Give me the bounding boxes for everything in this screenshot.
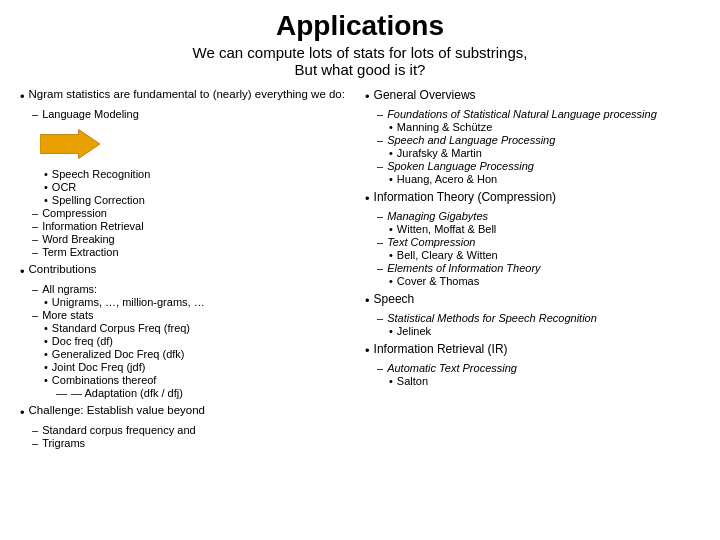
speech-label: Speech [374,292,415,306]
huang-item: • Huang, Acero & Hon [389,173,700,185]
general-overviews-label: General Overviews [374,88,476,102]
more-stats-item: – More stats [32,309,355,321]
dash-icon: – [32,108,38,120]
bell-item: • Bell, Cleary & Witten [389,249,700,261]
bell-label: Bell, Cleary & Witten [397,249,498,261]
challenge-label: Challenge: Establish value beyond [29,404,205,416]
term-extraction-item: – Term Extraction [32,246,355,258]
spoken-lang-proc-label: Spoken Language Processing [387,160,534,172]
gen-doc-freq-label: Generalized Doc Freq (dfk) [52,348,185,360]
salton-label: Salton [397,375,428,387]
joint-doc-freq-label: Joint Doc Freq (jdf) [52,361,146,373]
stat-methods-label: Statistical Methods for Speech Recogniti… [387,312,597,324]
subtitle-line2: But what good is it? [295,61,426,78]
ocr-item: • OCR [44,181,355,193]
salton-item: • Salton [389,375,700,387]
jelinek-item: • Jelinek [389,325,700,337]
auto-text-proc-label: Automatic Text Processing [387,362,517,374]
elements-info-theory-item: – Elements of Information Theory [377,262,700,274]
spoken-lang-proc-item: – Spoken Language Processing [377,160,700,172]
stat-methods-item: – Statistical Methods for Speech Recogni… [377,312,700,324]
bullet-dot-1: • [20,89,25,104]
unigrams-label: Unigrams, …, million-grams, … [52,296,205,308]
manning-item: • Manning & Schütze [389,121,700,133]
compression-item: – Compression [32,207,355,219]
trigrams-label: Trigrams [42,437,85,449]
lang-model-dash: – Language Modeling [32,108,355,120]
compression-label: Compression [42,207,107,219]
word-breaking-item: – Word Breaking [32,233,355,245]
more-stats-label: More stats [42,309,93,321]
managing-gigabytes-label: Managing Gigabytes [387,210,488,222]
std-corpus-label: Standard Corpus Freq (freq) [52,322,190,334]
svg-marker-0 [40,129,100,158]
text-compression-label: Text Compression [387,236,475,248]
left-column: • Ngram statistics are fundamental to (n… [20,88,355,450]
page-title: Applications [20,10,700,42]
info-retrieval-label: Information Retrieval [42,220,144,232]
ir-label: Information Retrieval (IR) [374,342,508,356]
witten-item: • Witten, Moffat & Bell [389,223,700,235]
speech-lang-proc-item: – Speech and Language Processing [377,134,700,146]
unigrams-item: • Unigrams, …, million-grams, … [44,296,355,308]
right-bullet-4: • Information Retrieval (IR) [365,342,700,358]
gen-doc-freq-item: • Generalized Doc Freq (dfk) [44,348,355,360]
all-ngrams-item: – All ngrams: [32,283,355,295]
std-corpus-freq-label: Standard corpus frequency and [42,424,196,436]
info-retrieval-item: – Information Retrieval [32,220,355,232]
speech-recognition-label: Speech Recognition [52,168,150,180]
term-extraction-label: Term Extraction [42,246,118,258]
auto-text-proc-item: – Automatic Text Processing [377,362,700,374]
adaptation-item: — — Adaptation (dfk / dfj) [56,387,355,399]
text-compression-item: – Text Compression [377,236,700,248]
right-column: • General Overviews – Foundations of Sta… [365,88,700,388]
manning-label: Manning & Schütze [397,121,492,133]
cover-thomas-label: Cover & Thomas [397,275,479,287]
foundations-label: Foundations of Statistical Natural Langu… [387,108,657,120]
lang-model-subitems: • Speech Recognition • OCR • Spelling Co… [44,168,355,206]
foundations-item: – Foundations of Statistical Natural Lan… [377,108,700,120]
managing-gigabytes-item: – Managing Gigabytes [377,210,700,222]
jelinek-label: Jelinek [397,325,431,337]
spelling-correction-item: • Spelling Correction [44,194,355,206]
doc-freq-item: • Doc freq (df) [44,335,355,347]
arrow-icon [40,126,100,162]
all-ngrams-label: All ngrams: [42,283,97,295]
joint-doc-freq-item: • Joint Doc Freq (jdf) [44,361,355,373]
left-bullet-3: • Challenge: Establish value beyond [20,404,355,420]
elements-info-theory-label: Elements of Information Theory [387,262,540,274]
left-bullet-1-text: Ngram statistics are fundamental to (nea… [29,88,345,100]
spelling-correction-label: Spelling Correction [52,194,145,206]
contributions-label: Contributions [29,263,97,275]
cover-thomas-item: • Cover & Thomas [389,275,700,287]
jurafsky-label: Jurafsky & Martin [397,147,482,159]
huang-label: Huang, Acero & Hon [397,173,497,185]
ocr-label: OCR [52,181,76,193]
std-corpus-freq-item: – Standard corpus frequency and [32,424,355,436]
subtitle-line1: We can compute lots of stats for lots of… [193,44,528,61]
lang-model-label: Language Modeling [42,108,139,120]
page: Applications We can compute lots of stat… [0,0,720,540]
left-bullet-2: • Contributions [20,263,355,279]
adaptation-label: — Adaptation (dfk / dfj) [71,387,183,399]
trigrams-item: – Trigrams [32,437,355,449]
left-bullet-1: • Ngram statistics are fundamental to (n… [20,88,355,104]
speech-recognition-item: • Speech Recognition [44,168,355,180]
right-bullet-2: • Information Theory (Compression) [365,190,700,206]
doc-freq-label: Doc freq (df) [52,335,113,347]
word-breaking-label: Word Breaking [42,233,115,245]
info-theory-label: Information Theory (Compression) [374,190,557,204]
speech-lang-proc-label: Speech and Language Processing [387,134,555,146]
std-corpus-item: • Standard Corpus Freq (freq) [44,322,355,334]
arrow-container [40,126,355,162]
witten-label: Witten, Moffat & Bell [397,223,496,235]
jurafsky-item: • Jurafsky & Martin [389,147,700,159]
right-bullet-3: • Speech [365,292,700,308]
combinations-label: Combinations thereof [52,374,157,386]
right-bullet-1: • General Overviews [365,88,700,104]
combinations-item: • Combinations thereof [44,374,355,386]
